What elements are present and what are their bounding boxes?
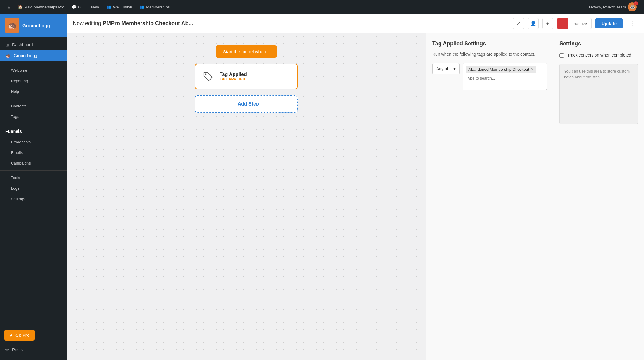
more-options-button[interactable]: ⋮ xyxy=(626,18,638,29)
right-settings-panel: Settings Track conversion when completed… xyxy=(553,33,644,360)
sidebar-funnels-label: Funnels xyxy=(5,129,22,134)
any-of-label: Any of... xyxy=(436,66,452,71)
editor-bar: Now editing PMPro Membership Checkout Ab… xyxy=(67,14,644,33)
sidebar-divider-3 xyxy=(0,124,67,124)
howdy-item[interactable]: Howdy, PMPro Team 🦝 1 xyxy=(586,0,640,14)
status-color-swatch xyxy=(557,18,568,29)
any-of-select[interactable]: Any of... ▾ xyxy=(432,63,460,74)
tag-applied-icon xyxy=(201,70,215,83)
avatar: 🦝 1 xyxy=(628,2,637,11)
sidebar-item-tags[interactable]: Tags xyxy=(0,111,67,122)
notes-placeholder: You can use this area to store custom no… xyxy=(564,69,630,80)
main-content: Now editing PMPro Membership Checkout Ab… xyxy=(67,14,644,360)
funnel-step-info: Tag Applied TAG APPLIED xyxy=(220,72,291,81)
comments-item[interactable]: 💬 0 xyxy=(68,0,84,14)
sidebar-item-logs[interactable]: Logs xyxy=(0,183,67,194)
step-subtitle: TAG APPLIED xyxy=(220,77,291,81)
memberships-icon: 👥 xyxy=(139,5,144,9)
status-badge: Inactive xyxy=(557,18,592,29)
sidebar-item-reporting[interactable]: Reporting xyxy=(0,76,67,86)
admin-bar: ⊞ 🏠 Paid Memberships Pro 💬 0 + New 👥 WP … xyxy=(0,0,644,14)
memberships-label: Memberships xyxy=(146,5,170,9)
settings-panel-title: Tag Applied Settings xyxy=(432,41,547,47)
tag-filter-row: Any of... ▾ Abandoned Membership Checkou… xyxy=(432,63,547,90)
sidebar-item-contacts[interactable]: Contacts xyxy=(0,101,67,111)
status-label: Inactive xyxy=(568,21,591,26)
editor-title-prefix: Now editing xyxy=(73,20,103,26)
fullscreen-icon: ⤢ xyxy=(516,21,520,26)
sidebar-tools-label: Tools xyxy=(11,175,20,180)
sidebar-reporting-label: Reporting xyxy=(11,79,28,83)
tag-applied-step[interactable]: Tag Applied TAG APPLIED xyxy=(195,64,298,89)
sidebar-broadcasts-label: Broadcasts xyxy=(11,140,31,144)
sidebar-groundhogg-label: Groundhogg xyxy=(14,53,37,58)
wp-fusion-label: WP Fusion xyxy=(113,5,132,9)
sidebar-welcome-label: Welcome xyxy=(11,68,27,73)
start-funnel-button[interactable]: Start the funnel when... xyxy=(216,45,277,58)
add-button[interactable]: ⊞ xyxy=(542,18,553,29)
go-pro-button[interactable]: ★ Go Pro xyxy=(4,330,35,341)
sidebar-item-broadcasts[interactable]: Broadcasts xyxy=(0,137,67,147)
tag-chip: Abandoned Membership Checkout × xyxy=(466,66,536,73)
wp-fusion-icon: 👥 xyxy=(106,5,111,9)
svg-point-0 xyxy=(205,74,207,75)
sidebar-logs-label: Logs xyxy=(11,186,19,191)
tags-container[interactable]: Abandoned Membership Checkout × xyxy=(463,63,547,90)
editor-area: Start the funnel when... Tag Applied TAG… xyxy=(67,33,644,360)
sidebar-item-welcome[interactable]: Welcome xyxy=(0,65,67,76)
add-step-button[interactable]: + Add Step xyxy=(195,95,298,113)
right-settings-title: Settings xyxy=(559,41,638,47)
wp-logo-item[interactable]: ⊞ xyxy=(4,0,14,14)
sidebar-settings-label: Settings xyxy=(11,197,25,201)
sidebar-bottom: ★ Go Pro ✏ Posts xyxy=(0,326,67,360)
notification-badge: 1 xyxy=(634,1,638,5)
go-pro-label: Go Pro xyxy=(15,333,30,338)
sidebar-item-tools[interactable]: Tools xyxy=(0,172,67,183)
step-title: Tag Applied xyxy=(220,72,291,77)
user-button[interactable]: 👤 xyxy=(528,18,539,29)
sidebar-item-groundhogg[interactable]: 🦔 Groundhogg xyxy=(0,50,67,61)
notes-area[interactable]: You can use this area to store custom no… xyxy=(559,64,638,124)
sidebar-item-dashboard[interactable]: ⊞ Dashboard xyxy=(0,39,67,50)
sidebar-divider-1 xyxy=(0,63,67,63)
fullscreen-button[interactable]: ⤢ xyxy=(513,18,524,29)
sidebar-logo-image: 🦔 xyxy=(5,18,19,33)
sidebar-logo: 🦔 Groundhogg xyxy=(0,14,67,37)
sidebar-item-emails[interactable]: Emails xyxy=(0,147,67,158)
sidebar-dashboard-label: Dashboard xyxy=(12,42,33,47)
go-pro-star-icon: ★ xyxy=(9,333,13,338)
memberships-item[interactable]: 👥 Memberships xyxy=(136,0,173,14)
sidebar-emails-label: Emails xyxy=(11,150,23,155)
sidebar-item-settings[interactable]: Settings xyxy=(0,194,67,204)
update-button[interactable]: Update xyxy=(595,18,623,28)
sidebar-campaigns-label: Campaigns xyxy=(11,161,31,165)
new-item[interactable]: + New xyxy=(84,0,103,14)
user-icon: 👤 xyxy=(530,21,536,26)
dashboard-icon: ⊞ xyxy=(5,42,9,47)
sidebar-item-funnels[interactable]: Funnels xyxy=(0,126,67,137)
track-conversion-label: Track conversion when completed xyxy=(567,52,631,58)
settings-panel-description: Run when the following tags are applied … xyxy=(432,51,547,57)
layout: 🦔 Groundhogg ⊞ Dashboard 🦔 Groundhogg We… xyxy=(0,14,644,360)
site-name-label: Paid Memberships Pro xyxy=(25,5,65,9)
start-funnel-label: Start the funnel when... xyxy=(223,49,270,54)
wp-fusion-item[interactable]: 👥 WP Fusion xyxy=(103,0,136,14)
sidebar-posts-label: Posts xyxy=(12,347,23,352)
tag-search-input[interactable] xyxy=(466,76,544,80)
tag-applied-settings-panel: Tag Applied Settings Run when the follow… xyxy=(426,33,553,360)
sidebar-item-help[interactable]: Help xyxy=(0,86,67,97)
track-conversion-checkbox[interactable] xyxy=(559,53,564,58)
wp-logo-icon: ⊞ xyxy=(7,5,11,9)
tag-chip-remove-button[interactable]: × xyxy=(531,67,533,72)
editor-title: Now editing PMPro Membership Checkout Ab… xyxy=(73,20,510,27)
sidebar-item-campaigns[interactable]: Campaigns xyxy=(0,158,67,169)
sidebar-help-label: Help xyxy=(11,89,19,94)
sidebar-contacts-label: Contacts xyxy=(11,104,26,108)
sidebar-divider-4 xyxy=(0,170,67,171)
howdy-label: Howdy, PMPro Team xyxy=(589,5,626,9)
update-label: Update xyxy=(601,21,617,26)
site-name-item[interactable]: 🏠 Paid Memberships Pro xyxy=(14,0,68,14)
sidebar-item-posts[interactable]: ✏ Posts xyxy=(0,344,67,355)
sidebar-tags-label: Tags xyxy=(11,114,19,119)
track-conversion-row: Track conversion when completed xyxy=(559,52,638,58)
